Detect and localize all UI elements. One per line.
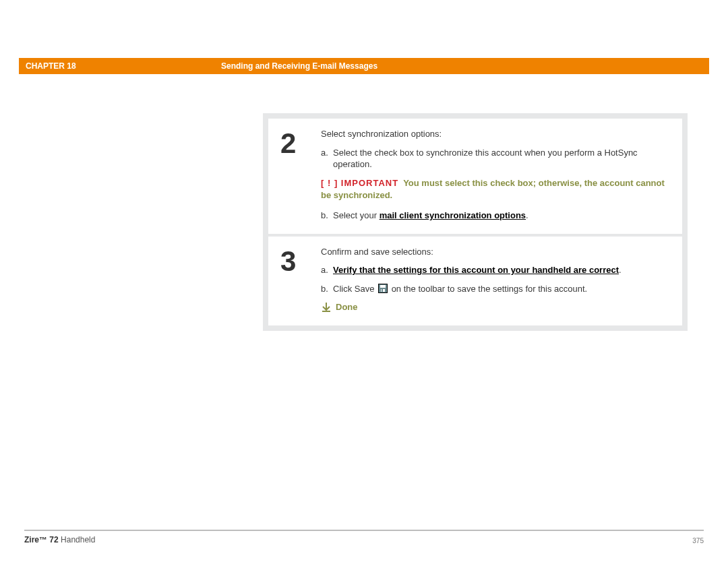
substep-b: b. Click Save on the toolbar to save the…	[321, 283, 670, 295]
substep-letter: b.	[321, 283, 333, 295]
substep-a: a. Select the check box to synchronize t…	[321, 147, 670, 170]
chapter-label: CHAPTER 18	[19, 61, 221, 71]
link-mail-client-sync-options[interactable]: mail client synchronization options	[380, 210, 526, 220]
done-indicator: Done	[321, 301, 670, 313]
product-name: Zire™ 72 Handheld	[24, 535, 95, 544]
substep-letter: b.	[321, 210, 333, 222]
text-span: .	[619, 265, 621, 275]
product-rest: Handheld	[59, 535, 96, 544]
chapter-title: Sending and Receiving E-mail Messages	[221, 61, 709, 71]
substep-text: Verify that the settings for this accoun…	[333, 264, 670, 276]
done-arrow-icon	[321, 302, 332, 313]
substep-letter: a.	[321, 147, 333, 170]
page-number: 375	[692, 537, 704, 544]
step-number: 3	[280, 246, 321, 313]
step-3: 3 Confirm and save selections: a. Verify…	[268, 237, 682, 325]
svg-rect-3	[382, 289, 383, 292]
important-tag: [ ! ] IMPORTANT	[321, 178, 398, 188]
step-2: 2 Select synchronization options: a. Sel…	[268, 119, 682, 234]
substep-a: a. Verify that the settings for this acc…	[321, 264, 670, 276]
substep-b: b. Select your mail client synchronizati…	[321, 210, 670, 222]
steps-container: 2 Select synchronization options: a. Sel…	[263, 113, 688, 331]
product-bold: Zire™ 72	[24, 535, 59, 544]
text-span: Click Save	[333, 284, 377, 294]
step-lead: Confirm and save selections:	[321, 246, 670, 258]
substep-text: Select the check box to synchronize this…	[333, 147, 670, 170]
link-verify-settings[interactable]: Verify that the settings for this accoun…	[333, 265, 619, 275]
step-number: 2	[280, 128, 321, 222]
page-footer: Zire™ 72 Handheld 375	[24, 530, 704, 544]
text-span: Select your	[333, 210, 380, 220]
text-span: on the toolbar to save the settings for …	[389, 284, 587, 294]
step-body: Select synchronization options: a. Selec…	[321, 128, 670, 222]
step-lead: Select synchronization options:	[321, 128, 670, 140]
substep-text: Select your mail client synchronization …	[333, 210, 670, 222]
substep-text: Click Save on the toolbar to save the se…	[333, 283, 670, 295]
important-note: [ ! ] IMPORTANT You must select this che…	[321, 177, 670, 201]
svg-rect-1	[380, 285, 386, 288]
chapter-header: CHAPTER 18 Sending and Receiving E-mail …	[19, 58, 709, 74]
step-body: Confirm and save selections: a. Verify t…	[321, 246, 670, 313]
done-label: Done	[336, 301, 358, 313]
save-icon	[378, 284, 388, 293]
substep-letter: a.	[321, 264, 333, 276]
text-span: .	[526, 210, 528, 220]
